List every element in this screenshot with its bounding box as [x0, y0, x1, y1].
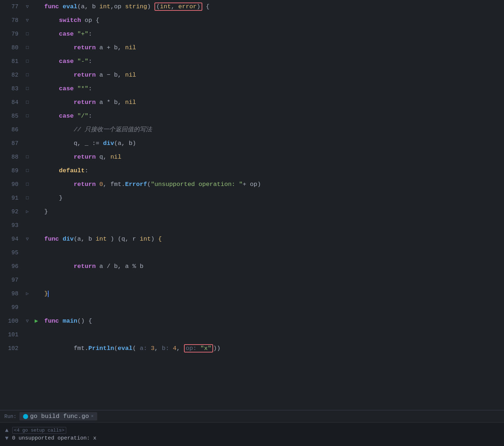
code-line: 84□ return a * b, nil — [0, 96, 504, 109]
code-line: 99 — [0, 301, 504, 314]
fold-gutter[interactable]: □ — [23, 82, 31, 96]
line-number: 92 — [0, 205, 23, 219]
code-line: 86 // 只接收一个返回值的写法 — [0, 123, 504, 137]
code-line: 98▷} — [0, 287, 504, 301]
code-content: func div(a, b int ) (q, r int) { — [41, 232, 504, 246]
code-line: 79□ case "+": — [0, 27, 504, 41]
fold-gutter[interactable]: ▽ — [23, 14, 31, 27]
fold-gutter[interactable]: ▷ — [23, 287, 31, 301]
fold-gutter[interactable]: ▷ — [23, 205, 31, 219]
line-number: 89 — [0, 164, 23, 178]
run-gutter — [31, 137, 41, 150]
code-content: return a − b, nil — [41, 68, 504, 82]
code-content: } — [41, 205, 504, 219]
run-gutter — [31, 273, 41, 287]
run-gutter — [31, 301, 41, 314]
code-line: 78▽ switch op { — [0, 14, 504, 27]
code-content: case "/": — [41, 109, 504, 123]
code-content: switch op { — [41, 14, 504, 27]
run-gutter — [31, 27, 41, 41]
code-line: 93 — [0, 219, 504, 232]
run-label: Run: — [4, 414, 17, 419]
code-line: 101 — [0, 328, 504, 342]
run-gutter — [31, 342, 41, 355]
code-line: 88□ return q, nil — [0, 150, 504, 164]
fold-gutter[interactable]: □ — [23, 178, 31, 191]
code-editor: 77▽func eval(a, b int,op string) (int, e… — [0, 0, 504, 410]
fold-gutter[interactable]: □ — [23, 164, 31, 178]
run-gutter — [31, 150, 41, 164]
code-content — [41, 246, 504, 260]
output-text: 0 unsupported operation: x — [12, 435, 96, 441]
go-icon — [23, 414, 28, 419]
code-content: } — [41, 191, 504, 205]
run-gutter — [31, 0, 41, 14]
code-line: 77▽func eval(a, b int,op string) (int, e… — [0, 0, 504, 14]
line-number: 81 — [0, 55, 23, 68]
line-number: 96 — [0, 260, 23, 273]
setup-box: <4 go setup calls> — [12, 427, 66, 434]
line-number: 84 — [0, 96, 23, 109]
line-number: 93 — [0, 219, 23, 232]
run-gutter[interactable]: ▶ — [31, 314, 41, 328]
fold-gutter[interactable]: ▽ — [23, 314, 31, 328]
line-number: 100 — [0, 314, 23, 328]
code-content — [41, 301, 504, 314]
fold-gutter[interactable]: □ — [23, 191, 31, 205]
fold-gutter[interactable]: □ — [23, 96, 31, 109]
code-content: return a * b, nil — [41, 96, 504, 109]
line-number: 88 — [0, 150, 23, 164]
fold-gutter — [23, 219, 31, 232]
run-gutter — [31, 96, 41, 109]
fold-gutter[interactable]: ▽ — [23, 232, 31, 246]
line-number: 87 — [0, 137, 23, 150]
fold-gutter[interactable]: ▽ — [23, 0, 31, 14]
arrow-up-icon: ▲ — [5, 427, 9, 434]
run-gutter — [31, 328, 41, 342]
line-number: 83 — [0, 82, 23, 96]
bottom-panel: Run: go build func.go × ▲ <4 go setup ca… — [0, 410, 504, 446]
fold-gutter[interactable]: □ — [23, 41, 31, 55]
code-line: 82□ return a − b, nil — [0, 68, 504, 82]
code-line: 85□ case "/": — [0, 109, 504, 123]
code-line: 102 fmt.Println(eval( a: 3, b: 4, op: "x… — [0, 342, 504, 355]
fold-gutter[interactable]: □ — [23, 68, 31, 82]
code-content: q, _ := div(a, b) — [41, 137, 504, 150]
run-gutter — [31, 41, 41, 55]
run-gutter — [31, 82, 41, 96]
fold-gutter[interactable]: □ — [23, 27, 31, 41]
line-number: 78 — [0, 14, 23, 27]
code-line: 87 q, _ := div(a, b) — [0, 137, 504, 150]
tab-close-icon[interactable]: × — [91, 414, 94, 419]
run-gutter — [31, 219, 41, 232]
run-gutter — [31, 205, 41, 219]
bottom-tabs: Run: go build func.go × — [0, 410, 504, 423]
run-gutter — [31, 55, 41, 68]
fold-gutter[interactable]: □ — [23, 150, 31, 164]
code-line: 96 return a / b, a % b — [0, 260, 504, 273]
fold-gutter[interactable]: □ — [23, 109, 31, 123]
code-line: 100▽▶func main() { — [0, 314, 504, 328]
code-content: fmt.Println(eval( a: 3, b: 4, op: "x")) — [41, 342, 504, 355]
fold-gutter — [23, 260, 31, 273]
line-number: 101 — [0, 328, 23, 342]
arrow-down-icon: ▼ — [5, 435, 9, 442]
fold-gutter — [23, 246, 31, 260]
code-content: } — [41, 287, 504, 301]
fold-gutter — [23, 123, 31, 137]
line-number: 86 — [0, 123, 23, 137]
fold-gutter — [23, 328, 31, 342]
run-play-icon[interactable]: ▶ — [35, 314, 38, 328]
code-line: 95 — [0, 246, 504, 260]
run-gutter — [31, 246, 41, 260]
bottom-output: ▲ <4 go setup calls> ▼ 0 unsupported ope… — [0, 423, 504, 446]
line-number: 94 — [0, 232, 23, 246]
line-number: 85 — [0, 109, 23, 123]
code-content: case "+": — [41, 27, 504, 41]
run-tab[interactable]: go build func.go × — [19, 412, 97, 420]
run-gutter — [31, 123, 41, 137]
code-content: func main() { — [41, 314, 504, 328]
fold-gutter — [23, 273, 31, 287]
fold-gutter[interactable]: □ — [23, 55, 31, 68]
line-number: 77 — [0, 0, 23, 14]
